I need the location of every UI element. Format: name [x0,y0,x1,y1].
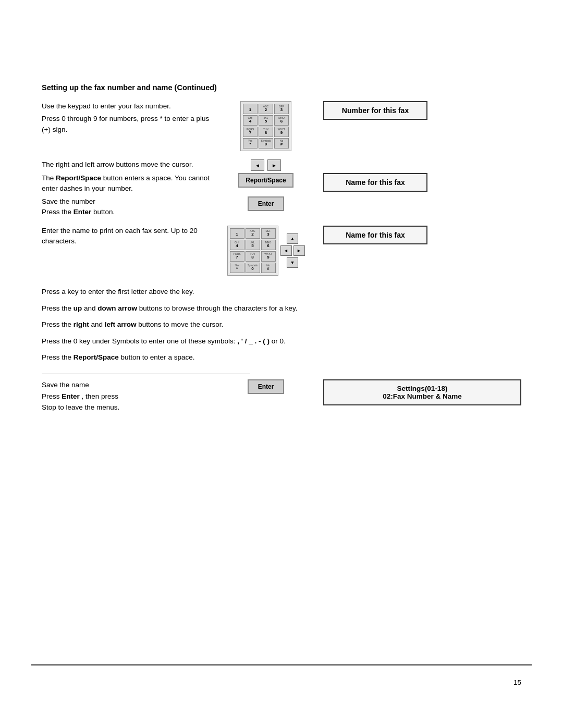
name-key-1[interactable]: 1 [230,228,244,239]
name-key-9[interactable]: WXYZ 9 [261,251,276,262]
key-4[interactable]: GHI 4 [243,115,258,126]
key-6[interactable]: MNO 6 [274,115,289,126]
name-key-6[interactable]: MNO 6 [261,240,276,250]
keypad-with-arrows: 1 ABC 2 DEF 3 GHI 4 JKL [227,226,305,276]
name-key-5[interactable]: JKL 5 [246,240,260,250]
row-report-space: The Report/Space button enters a space. … [42,173,521,194]
settings-box: Settings(01-18) 02:Fax Number & Name [323,379,521,405]
name-display-box-1: Name for this fax [323,173,427,192]
enter-bold-1: Enter [74,208,92,216]
enter-button-1[interactable]: Enter [248,196,285,211]
left-right-arrows-small: ◄ ► [280,245,305,256]
page-footer-divider [31,664,532,665]
name-key-0[interactable]: Symbols 0 [246,263,260,273]
left-arrow-button[interactable]: ◄ [251,159,264,171]
center-keypad-area: 1 ABC 2 DEF 3 GHI 4 JKL 5 [219,101,313,151]
right-display-number: Number for this fax [313,101,521,120]
text-enter-name: Enter the name to print on each fax sent… [42,226,219,247]
enter-button-bottom[interactable]: Enter [248,379,285,394]
paragraph-4: Press the 0 key under Symbols to enter o… [42,336,344,347]
report-space-bold: Report/Space [74,353,119,361]
save-number-text: Save the number [42,198,95,205]
settings-line-2: 02:Fax Number & Name [332,392,513,400]
left-arrow-bold: left arrow [105,320,137,328]
key-0[interactable]: Symbols 0 [259,138,273,149]
bottom-right: Settings(01-18) 02:Fax Number & Name [313,379,521,405]
right-display-name1: Name for this fax [313,173,521,192]
right-display-name2: Name for this fax [313,226,521,244]
symbols-bold: , ' / _ . - ( ) [237,337,270,345]
name-key-star[interactable]: Yes * [230,263,244,273]
left-text-number: Use the keypad to enter your fax number.… [42,101,219,135]
row-number-entry: Use the keypad to enter your fax number.… [42,101,521,151]
text-report-desc: The Report/Space button enters a space. … [42,173,219,194]
left-text-report: The Report/Space button enters a space. … [42,173,219,194]
text-press-0-9: Press 0 through 9 for numbers, press * t… [42,114,219,135]
name-display-box-2: Name for this fax [323,226,427,244]
name-keypad: 1 ABC 2 DEF 3 GHI 4 JKL [227,226,278,276]
down-arrow-button[interactable]: ▼ [287,257,298,268]
key-5[interactable]: JKL 5 [259,115,273,126]
left-text-name: Enter the name to print on each fax sent… [42,226,219,247]
paragraph-2: Press the up and down arrow buttons to b… [42,303,344,314]
right-bold: right [74,320,89,328]
bottom-left-text: Save the name Press Enter , then press S… [42,379,219,413]
bottom-center: Enter [219,379,313,394]
page: Setting up the fax number and name (Cont… [0,0,563,728]
text-arrow-cursor: The right and left arrow buttons move th… [42,159,219,170]
arrow-buttons: ◄ ► [251,159,281,171]
enter-suffix-bottom: , then press [80,392,118,400]
bottom-press-enter: Press Enter , then press [42,391,219,402]
name-key-7[interactable]: PQRS 7 [230,251,244,262]
center-arrow-area: ◄ ► [219,159,313,171]
keypad-widget: 1 ABC 2 DEF 3 GHI 4 JKL 5 [240,101,291,151]
center-name-keypad-area: 1 ABC 2 DEF 3 GHI 4 JKL [219,226,313,276]
key-9[interactable]: WXYZ 9 [274,127,289,137]
key-2[interactable]: ABC 2 [259,104,273,114]
section-title: Setting up the fax number and name (Cont… [42,83,521,92]
key-7[interactable]: PQRS 7 [243,127,258,137]
left-text-arrows: The right and left arrow buttons move th… [42,159,219,170]
text-save-number: Save the number Press the Enter button. [42,196,219,218]
report-space-button[interactable]: Report/Space [238,173,293,188]
paragraph-1: Press a key to enter the first letter ab… [42,286,344,298]
page-number: 15 [513,678,521,686]
center-enter-area: Enter [219,196,313,211]
center-report-area: Report/Space [219,173,313,188]
up-bold: up [74,304,82,312]
section-divider [42,374,250,374]
enter-suffix-1: button. [91,208,115,216]
text-enter-number: Use the keypad to enter your fax number. [42,101,219,112]
paragraph-3: Press the right and left arrow buttons t… [42,319,344,330]
settings-line-1: Settings(01-18) [332,385,513,392]
key-8[interactable]: TUV 8 [259,127,273,137]
name-key-2[interactable]: ABC 2 [246,228,260,239]
key-3[interactable]: DEF 3 [274,104,289,114]
up-arrow-button[interactable]: ▲ [287,233,298,244]
name-key-4[interactable]: GHI 4 [230,240,244,250]
name-right-arrow[interactable]: ► [293,245,305,256]
paragraphs-area: Press a key to enter the first letter ab… [42,286,521,363]
key-star[interactable]: Yes * [243,138,258,149]
down-arrow-bold: down arrow [97,304,137,312]
bottom-save-name: Save the name [42,379,219,391]
row-enter-number: Save the number Press the Enter button. … [42,196,521,218]
bottom-row: Save the name Press Enter , then press S… [42,379,521,413]
name-key-8[interactable]: TUV 8 [246,251,260,262]
name-key-hash[interactable]: No # [261,263,276,273]
up-down-left-right-arrows: ▲ ◄ ► ▼ [280,233,305,268]
number-display-box: Number for this fax [323,101,427,120]
key-hash[interactable]: No # [274,138,289,149]
name-key-3[interactable]: DEF 3 [261,228,276,239]
right-arrow-button[interactable]: ► [267,159,281,171]
report-bold: Report/Space [56,174,101,182]
enter-bold-bottom: Enter [62,392,80,400]
paragraph-5: Press the Report/Space button to enter a… [42,352,344,363]
key-1[interactable]: 1 [243,104,258,114]
bottom-stop: Stop to leave the menus. [42,402,219,413]
name-left-arrow[interactable]: ◄ [280,245,292,256]
left-text-save-number: Save the number Press the Enter button. [42,196,219,218]
row-name-entry: Enter the name to print on each fax sent… [42,226,521,276]
row-arrows: The right and left arrow buttons move th… [42,159,521,171]
